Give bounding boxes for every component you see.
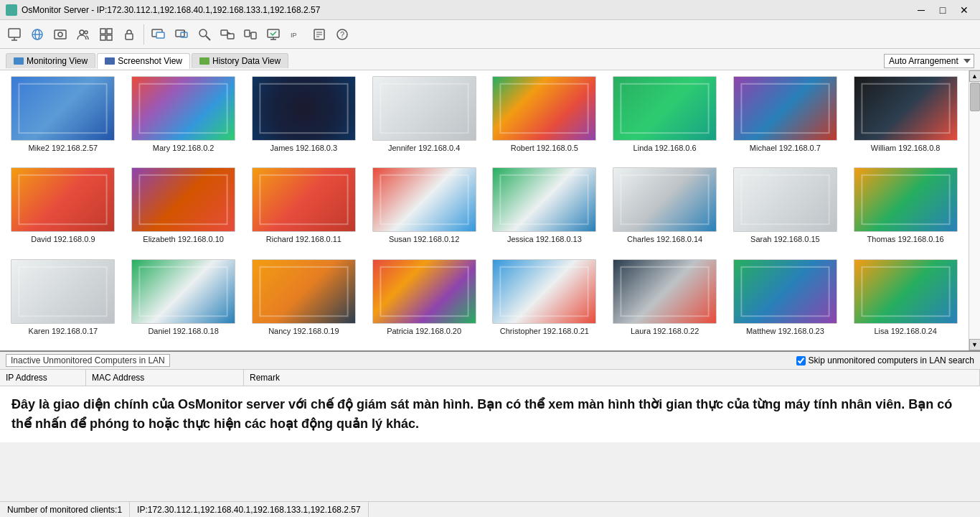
col-remark: Remark [244,370,980,386]
screen-thumb [613,167,717,232]
screen-item[interactable]: Mike2 192.168.2.57 [6,76,121,162]
tool-connect[interactable] [217,24,238,45]
screen-item[interactable]: Christopher 192.168.0.21 [487,259,602,345]
screen-label: Mike2 192.168.2.57 [29,144,98,152]
scroll-thumb[interactable] [970,83,980,111]
arrangement-select[interactable]: Auto Arrangement [884,54,974,68]
screen-thumb [854,167,958,232]
skip-checkbox[interactable] [796,356,806,365]
svg-rect-23 [227,34,234,39]
close-button[interactable]: ✕ [954,3,974,17]
svg-text:IP: IP [291,32,297,39]
table-header: IP Address MAC Address Remark [0,370,980,386]
tool-screen-share[interactable] [148,24,169,45]
tool-users[interactable] [72,24,94,45]
app-icon [6,4,17,16]
screen-thumb [131,76,235,141]
screen-label: Nancy 192.168.0.19 [268,327,339,335]
skip-check-area: Skip unmonitored computers in LAN search [796,355,974,365]
screen-label: Sarah 192.168.0.15 [750,235,820,243]
tool-lock[interactable] [118,24,140,45]
screen-item[interactable]: Lisa 192.168.0.24 [848,259,963,345]
screen-item[interactable]: Karen 192.168.0.17 [6,259,121,345]
screen-item[interactable]: Nancy 192.168.0.19 [247,259,362,345]
scroll-up-button[interactable]: ▲ [969,70,981,82]
tab-screenshot[interactable]: Screenshot View [97,53,190,69]
svg-line-21 [206,36,210,40]
tool-search[interactable] [194,24,215,45]
screen-thumb [733,76,837,141]
svg-rect-22 [221,30,227,35]
screen-item[interactable]: Charles 192.168.0.14 [608,167,722,253]
screen-thumb [372,167,476,232]
screen-label: Susan 192.168.0.12 [389,235,459,243]
screen-item[interactable]: Robert 192.168.0.5 [487,76,602,162]
screen-item[interactable]: Elizabeth 192.168.0.10 [126,167,241,253]
main-content: Mike2 192.168.2.57Mary 192.168.0.2James … [0,70,980,350]
tool-grid[interactable] [95,24,117,45]
screen-item[interactable]: Susan 192.168.0.12 [367,167,481,253]
tab-history[interactable]: History Data View [192,53,288,68]
tool-screenshot[interactable] [50,24,71,45]
separator-1 [143,24,144,45]
window-controls: ─ □ ✕ [911,3,974,17]
screen-item[interactable]: James 192.168.0.3 [247,76,362,162]
col-mac: MAC Address [86,370,244,386]
screen-item[interactable]: Daniel 192.168.0.18 [126,259,241,345]
tool-remote[interactable] [171,24,192,45]
screen-label: Elizabeth 192.168.0.10 [143,235,224,243]
screen-thumb [11,167,115,232]
svg-rect-10 [100,29,105,34]
tool-help[interactable]: ? [331,24,353,45]
scroll-down-button[interactable]: ▼ [969,339,981,350]
svg-rect-57 [380,266,468,315]
screen-item[interactable]: Laura 192.168.0.22 [608,259,722,345]
col-ip: IP Address [0,370,86,386]
tool-ip[interactable]: IP [286,24,307,45]
tool-transfer[interactable] [240,24,261,45]
screenshot-icon [105,57,115,65]
svg-rect-13 [107,35,112,40]
screen-item[interactable]: Sarah 192.168.0.15 [728,167,843,253]
screen-label: James 192.168.0.3 [270,144,338,152]
tool-monitor[interactable] [4,24,25,45]
svg-rect-58 [501,266,588,315]
screen-item[interactable]: Linda 192.168.0.6 [608,76,722,162]
svg-rect-39 [140,84,227,133]
screen-thumb [854,76,958,141]
screen-label: Patricia 192.168.0.20 [387,327,461,335]
screen-item[interactable]: David 192.168.0.9 [6,167,121,253]
screen-label: Jessica 192.168.0.13 [507,235,582,243]
screen-thumb [131,167,235,232]
screen-label: Michael 192.168.0.7 [750,144,821,152]
screen-item[interactable]: Patricia 192.168.0.20 [367,259,481,345]
status-bar: Number of monitored clients:1 IP:172.30.… [0,501,980,517]
scrollbar-vertical[interactable]: ▲ ▼ [969,70,980,350]
screen-thumb [252,76,356,141]
screen-label: Mary 192.168.0.2 [153,144,215,152]
maximize-button[interactable]: □ [933,3,953,17]
svg-rect-14 [126,34,133,39]
svg-point-20 [199,29,207,37]
screen-item[interactable]: Michael 192.168.0.7 [728,76,843,162]
screen-item[interactable]: Thomas 192.168.0.16 [848,167,963,253]
tool-network[interactable] [27,24,48,45]
screen-item[interactable]: Matthew 192.168.0.23 [728,259,843,345]
screen-item[interactable]: Richard 192.168.0.11 [247,167,362,253]
minimize-button[interactable]: ─ [911,3,931,17]
tabs-bar: Monitoring View Screenshot View History … [0,49,980,70]
screen-item[interactable]: Jennifer 192.168.0.4 [367,76,481,162]
tool-display[interactable] [263,24,284,45]
screen-label: Christopher 192.168.0.21 [500,327,589,335]
tab-history-label: History Data View [212,56,281,66]
tab-monitoring[interactable]: Monitoring View [6,53,95,68]
screen-item[interactable]: William 192.168.0.8 [848,76,963,162]
screen-item[interactable]: Mary 192.168.0.2 [126,76,241,162]
screen-item[interactable]: Jessica 192.168.0.13 [487,167,602,253]
screen-label: Robert 192.168.0.5 [511,144,578,152]
svg-rect-55 [140,266,227,315]
screen-thumb [613,76,717,141]
tool-tasks[interactable] [308,24,330,45]
screen-label: Charles 192.168.0.14 [627,235,702,243]
svg-rect-6 [55,30,66,39]
